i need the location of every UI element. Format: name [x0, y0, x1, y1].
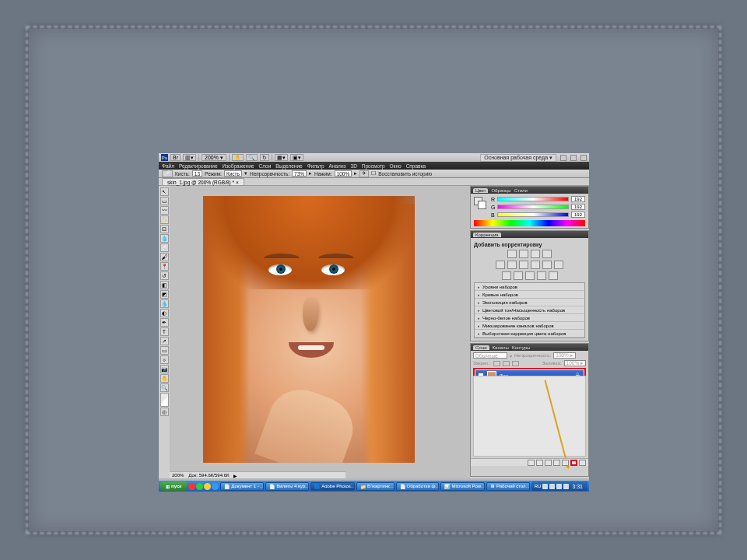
brightness-icon[interactable]	[507, 250, 517, 258]
task-item[interactable]: 📁В:\картинк...	[356, 482, 395, 491]
eraser-tool-icon[interactable]: ◧	[160, 281, 169, 289]
arrange-icon[interactable]: ▦▾	[275, 154, 288, 161]
camera-tool-icon[interactable]: 📷	[160, 365, 169, 373]
menu-file[interactable]: Файл	[162, 163, 174, 169]
b-slider[interactable]	[497, 212, 569, 217]
menu-3d[interactable]: 3D	[351, 163, 357, 169]
color-swatches-icon[interactable]	[160, 393, 169, 407]
document-tab[interactable]: skin_1.jpg @ 200% (RGB/8) * ×	[162, 178, 244, 185]
preset-exposure[interactable]: Экспозиция наборов	[475, 299, 584, 306]
blend-mode-field[interactable]: Обычные	[473, 352, 507, 359]
screen-mode-icon[interactable]: ▣▾	[290, 154, 303, 161]
healing-tool-icon[interactable]: 🩹	[160, 243, 169, 252]
menu-window[interactable]: Окно	[390, 163, 402, 169]
lasso-tool-icon[interactable]: 〰	[160, 206, 169, 215]
preset-selective[interactable]: Выборочная коррекция цвета наборов	[475, 330, 584, 338]
tab-adjustments[interactable]: Коррекция	[473, 233, 501, 237]
task-item[interactable]: 📄Обработка ф...	[396, 482, 440, 491]
link-layers-icon[interactable]	[528, 460, 535, 466]
curves-icon[interactable]	[531, 250, 540, 258]
ql-icon[interactable]	[204, 483, 211, 490]
ql-icon[interactable]	[212, 483, 219, 490]
status-arrow-icon[interactable]: ▶	[233, 473, 237, 478]
workspace-switcher[interactable]: Основная рабочая среда ▾	[480, 154, 556, 162]
dodge-tool-icon[interactable]: ◐	[160, 309, 169, 317]
gradient-map-icon[interactable]	[537, 271, 546, 280]
lock-all-icon[interactable]	[512, 361, 519, 366]
tray-icon[interactable]	[549, 484, 555, 489]
hand-tool-icon[interactable]: ✋	[160, 374, 169, 383]
layer-opacity-field[interactable]: 100% ▸	[553, 352, 575, 359]
preset-bw[interactable]: Черно-белое наборов	[475, 314, 584, 322]
lock-pixels-icon[interactable]	[493, 361, 500, 366]
bw-icon[interactable]	[531, 261, 540, 269]
hand-tool-icon[interactable]: ✋	[232, 154, 244, 161]
brush-size-field[interactable]: 13	[192, 170, 202, 177]
menu-help[interactable]: Справка	[406, 163, 426, 169]
exposure-icon[interactable]	[542, 250, 552, 258]
crop-tool-icon[interactable]: ⊡	[160, 225, 169, 233]
language-indicator[interactable]: RU	[535, 484, 542, 488]
posterize-icon[interactable]	[514, 271, 523, 280]
adjustment-layer-icon[interactable]	[553, 460, 560, 466]
ql-icon[interactable]	[188, 483, 195, 490]
group-icon[interactable]	[562, 460, 569, 466]
menu-edit[interactable]: Редактирование	[179, 163, 218, 169]
photo-filter-icon[interactable]	[542, 261, 552, 269]
invert-icon[interactable]	[502, 271, 511, 280]
stamp-tool-icon[interactable]: 📍	[160, 262, 169, 271]
tab-paths[interactable]: Контуры	[512, 345, 531, 350]
lock-position-icon[interactable]	[503, 361, 510, 366]
zoom-level[interactable]: 200% ▾	[202, 154, 226, 161]
ql-icon[interactable]	[196, 483, 203, 490]
3d-tool-icon[interactable]: ⟐	[160, 355, 169, 364]
menu-image[interactable]: Изображение	[223, 163, 254, 169]
new-layer-icon[interactable]	[570, 460, 577, 466]
zoom-tool-icon[interactable]: 🔍	[160, 383, 169, 392]
start-button[interactable]: ⊞пуск	[160, 481, 187, 491]
tab-channels[interactable]: Каналы	[493, 345, 509, 350]
tab-styles[interactable]: Стили	[514, 188, 528, 193]
wand-tool-icon[interactable]: ✨	[160, 215, 169, 224]
move-tool-icon[interactable]: ↖	[160, 187, 169, 196]
mask-icon[interactable]	[545, 460, 552, 466]
minimize-icon[interactable]	[560, 155, 566, 161]
blur-tool-icon[interactable]: 💧	[160, 299, 169, 308]
tray-icon[interactable]	[542, 484, 548, 489]
menu-filter[interactable]: Фильтр	[307, 163, 324, 169]
close-icon[interactable]	[580, 155, 587, 161]
dropdown-button[interactable]: ▥▾	[183, 154, 196, 161]
gradient-tool-icon[interactable]: ◩	[160, 290, 169, 299]
levels-icon[interactable]	[519, 250, 528, 258]
history-brush-icon[interactable]: ↺	[160, 271, 169, 280]
preset-levels[interactable]: Уровни наборов	[475, 283, 584, 291]
rotate-view-icon[interactable]: ↻	[260, 154, 269, 161]
healing-brush-icon[interactable]: 🩹	[162, 170, 173, 177]
r-slider[interactable]	[497, 197, 569, 201]
canvas-area[interactable]: 200% Док: 594.6К/594.6К ▶	[170, 186, 470, 478]
opacity-field[interactable]: 73%	[292, 170, 307, 177]
task-item[interactable]: 📄Документ 1 - ...	[220, 482, 264, 491]
menu-select[interactable]: Выделение	[275, 163, 302, 169]
preset-hue[interactable]: Цветовой тон/Насыщенность наборов	[475, 306, 584, 314]
task-item[interactable]: 🖥Рабочий стол...	[486, 482, 530, 491]
shape-tool-icon[interactable]: ▭	[160, 346, 169, 355]
quickmask-icon[interactable]: ◎	[160, 408, 169, 416]
airbrush-icon[interactable]: ✈	[359, 170, 369, 177]
tab-color[interactable]: Цвет	[473, 188, 488, 193]
marquee-tool-icon[interactable]: ▭	[160, 197, 169, 205]
fx-icon[interactable]	[536, 460, 543, 466]
path-tool-icon[interactable]: ↗	[160, 337, 169, 345]
selective-color-icon[interactable]	[549, 271, 558, 280]
g-value[interactable]: 192	[571, 204, 585, 210]
restore-icon[interactable]	[570, 155, 577, 161]
preset-curves[interactable]: Кривые наборов	[475, 291, 584, 299]
color-balance-icon[interactable]	[519, 261, 528, 269]
task-item[interactable]: 📊Microsoft Pow...	[440, 482, 484, 491]
foreground-background-swatch[interactable]	[474, 197, 486, 209]
channel-mixer-icon[interactable]	[554, 261, 563, 269]
tray-icon[interactable]	[556, 484, 562, 489]
fill-field[interactable]: 100% ▸	[564, 360, 586, 366]
tray-icon[interactable]	[563, 484, 569, 489]
hue-icon[interactable]	[507, 261, 517, 269]
